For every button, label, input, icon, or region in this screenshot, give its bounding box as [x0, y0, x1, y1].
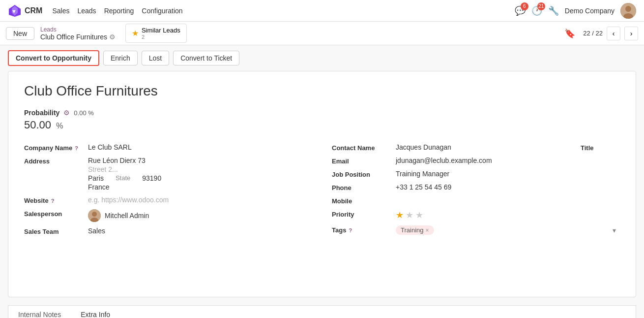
tags-help-icon: ?	[347, 227, 352, 233]
enrich-button[interactable]: Enrich	[103, 51, 138, 65]
address-field: Address Rue Léon Dierx 73 Street 2... Pa…	[24, 157, 312, 191]
nav-reporting[interactable]: Reporting	[104, 7, 134, 15]
phone-label: Phone	[332, 183, 396, 191]
company-name-label: Company Name ?	[24, 143, 88, 152]
company-name-help-icon: ?	[73, 145, 78, 151]
tag-training-label: Training	[401, 226, 423, 234]
main-form: Club Office Furnitures Probability ⚙ 0.0…	[8, 71, 636, 297]
salesperson-value: Mitchell Admin	[88, 209, 149, 222]
top-navigation: ▼ CRM Sales Leads Reporting Configuratio…	[0, 0, 644, 22]
address-city-state-row: Paris State 93190	[88, 174, 161, 182]
tab-bar: Internal Notes Extra Info	[8, 305, 636, 318]
address-line1[interactable]: Rue Léon Dierx 73	[88, 157, 161, 164]
tags-dropdown-arrow[interactable]: ▾	[613, 226, 620, 234]
record-title: Club Office Furnitures	[24, 83, 620, 99]
tags-container: Training × ▾	[396, 225, 620, 235]
tag-training-remove[interactable]: ×	[425, 227, 429, 234]
new-button[interactable]: New	[6, 27, 34, 40]
user-avatar[interactable]	[620, 3, 636, 19]
salesperson-avatar-image	[88, 209, 101, 222]
svg-point-7	[92, 212, 97, 217]
probability-amount-row: 50.00 %	[24, 119, 620, 131]
phone-field: Phone +33 1 25 54 45 69	[332, 183, 620, 191]
probability-amount[interactable]: 50.00	[24, 119, 51, 131]
probability-value: 0.00 %	[74, 109, 93, 117]
nav-sales[interactable]: Sales	[52, 7, 69, 15]
job-position-label: Job Position	[332, 170, 396, 178]
email-value[interactable]: jdunagan@leclub.example.com	[396, 157, 620, 164]
salesperson-field: Salesperson Mitchell Admin	[24, 209, 312, 222]
email-label: Email	[332, 157, 396, 165]
avatar-image	[620, 3, 636, 19]
action-bar: Convert to Opportunity Enrich Lost Conve…	[0, 45, 644, 71]
priority-star-2[interactable]: ★	[406, 210, 413, 221]
convert-to-ticket-button[interactable]: Convert to Ticket	[173, 51, 239, 65]
sales-team-value[interactable]: Sales	[88, 227, 312, 235]
record-settings-icon[interactable]: ⚙	[109, 33, 116, 41]
address-block: Rue Léon Dierx 73 Street 2... Paris Stat…	[88, 157, 161, 191]
activities-badge-count: 21	[537, 2, 545, 10]
nav-menu: Sales Leads Reporting Configuration	[52, 7, 182, 15]
probability-label: Probability	[24, 109, 59, 117]
tags-label: Tags ?	[332, 225, 396, 234]
svg-text:▼: ▼	[11, 8, 17, 14]
lost-button[interactable]: Lost	[142, 51, 169, 65]
convert-to-opportunity-button[interactable]: Convert to Opportunity	[8, 50, 99, 66]
bookmark-icon[interactable]: 🔖	[564, 28, 575, 39]
website-value[interactable]: e.g. https://www.odoo.com	[88, 196, 312, 204]
pagination-text: 22 / 22	[583, 30, 603, 37]
probability-unit: %	[56, 122, 63, 130]
company-name-value[interactable]: Le Club SARL	[88, 143, 312, 151]
tab-internal-notes[interactable]: Internal Notes	[8, 306, 71, 318]
nav-configuration[interactable]: Configuration	[142, 7, 182, 15]
website-field: Website ? e.g. https://www.odoo.com	[24, 196, 312, 204]
similar-leads-count: 2	[142, 34, 145, 40]
website-help-icon: ?	[50, 198, 55, 204]
breadcrumb-parent[interactable]: Leads	[40, 26, 116, 33]
email-field: Email jdunagan@leclub.example.com	[332, 157, 620, 165]
messages-notification[interactable]: 💬 6	[515, 5, 526, 16]
priority-star-3[interactable]: ★	[415, 210, 423, 221]
address-zip[interactable]: 93190	[142, 174, 161, 182]
form-columns: Company Name ? Le Club SARL Address Rue …	[24, 143, 620, 240]
next-record-button[interactable]: ›	[624, 27, 638, 40]
address-city[interactable]: Paris	[88, 174, 104, 182]
similar-leads-label: Similar Leads	[142, 27, 180, 34]
app-logo[interactable]: ▼ CRM	[8, 4, 42, 18]
top-nav-right: 💬 6 🕐 21 🔧 Demo Company	[515, 3, 636, 19]
nav-leads[interactable]: Leads	[77, 7, 96, 15]
sales-team-field: Sales Team Sales	[24, 227, 312, 235]
svg-point-4	[625, 6, 631, 12]
breadcrumb-current: Club Office Furnitures	[40, 33, 107, 41]
phone-value[interactable]: +33 1 25 54 45 69	[396, 183, 620, 191]
app-name: CRM	[25, 6, 42, 15]
probability-gear-icon[interactable]: ⚙	[63, 109, 70, 117]
pagination: 🔖 22 / 22 ‹ ›	[564, 27, 638, 40]
similar-leads-button[interactable]: ★ Similar Leads 2	[125, 24, 187, 43]
probability-row: Probability ⚙ 0.00 %	[24, 109, 620, 117]
tab-extra-info[interactable]: Extra Info	[71, 306, 120, 318]
company-name-field: Company Name ? Le Club SARL	[24, 143, 312, 152]
breadcrumb: Leads Club Office Furnitures ⚙	[40, 26, 116, 41]
mobile-label: Mobile	[332, 196, 396, 205]
job-position-field: Job Position Training Manager	[332, 170, 620, 178]
address-state-label: State	[116, 174, 130, 182]
priority-stars[interactable]: ★ ★ ★	[396, 210, 423, 221]
website-label: Website ?	[24, 196, 88, 204]
address-country[interactable]: France	[88, 183, 161, 191]
address-line2[interactable]: Street 2...	[88, 165, 161, 173]
priority-field: Priority ★ ★ ★	[332, 210, 620, 221]
priority-star-1[interactable]: ★	[396, 210, 404, 221]
title-label: Title	[581, 143, 620, 152]
left-column: Company Name ? Le Club SARL Address Rue …	[24, 143, 312, 240]
activities-notification[interactable]: 🕐 21	[531, 5, 542, 16]
messages-badge-count: 6	[521, 2, 528, 10]
mobile-field: Mobile	[332, 196, 620, 205]
salesperson-name[interactable]: Mitchell Admin	[105, 212, 149, 220]
settings-icon[interactable]: 🔧	[548, 5, 559, 16]
sales-team-label: Sales Team	[24, 227, 88, 235]
job-position-value[interactable]: Training Manager	[396, 170, 620, 178]
prev-record-button[interactable]: ‹	[607, 27, 620, 40]
contact-name-value[interactable]: Jacques Dunagan	[396, 143, 561, 151]
crm-logo-icon: ▼	[8, 4, 22, 18]
